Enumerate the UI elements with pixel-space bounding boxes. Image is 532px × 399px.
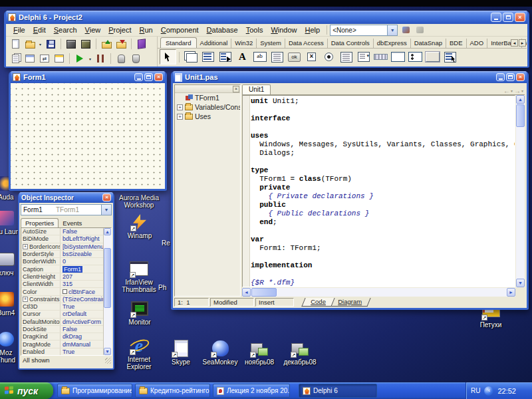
palette-tab-datasnap[interactable]: DataSnap bbox=[411, 39, 446, 48]
close-button[interactable]: × bbox=[102, 194, 111, 201]
property-row-ctl3d[interactable]: Ctl3DTrue bbox=[21, 303, 103, 311]
property-row-autosize[interactable]: AutoSizeFalse bbox=[21, 228, 103, 235]
close-explorer-icon[interactable]: × bbox=[233, 86, 239, 92]
menu-tools[interactable]: Tools bbox=[242, 25, 267, 35]
scroll-up-icon[interactable]: ▲ bbox=[516, 95, 525, 104]
palette-tab-system[interactable]: System bbox=[257, 39, 285, 48]
chevron-down-icon[interactable]: ▼ bbox=[101, 205, 111, 215]
scroll-thumb[interactable] bbox=[251, 288, 277, 297]
trace-into-button[interactable] bbox=[114, 53, 128, 65]
property-value[interactable]: True bbox=[61, 348, 103, 355]
toggle-form-unit-button[interactable] bbox=[38, 53, 51, 65]
code-explorer-header[interactable]: × bbox=[175, 85, 240, 93]
property-value[interactable]: 207 bbox=[61, 273, 103, 280]
maximize-button[interactable] bbox=[503, 13, 513, 22]
set-debug-desktop-icon[interactable] bbox=[414, 25, 426, 35]
scroll-thumb[interactable] bbox=[104, 248, 111, 308]
palette-tab-additional[interactable]: Additional bbox=[197, 39, 232, 48]
radiogroup-icon[interactable] bbox=[407, 49, 424, 65]
tab-properties[interactable]: Properties bbox=[21, 218, 59, 227]
property-row-caption[interactable]: CaptionForm1 bbox=[21, 265, 103, 273]
property-row-defaultmonitor[interactable]: DefaultMonitordmActiveForm bbox=[21, 319, 103, 326]
close-button[interactable]: × bbox=[515, 13, 525, 22]
menu-help[interactable]: Help bbox=[301, 25, 325, 35]
property-value[interactable]: (TSizeConstrain bbox=[61, 296, 103, 303]
palette-scroll-right-icon[interactable]: ► bbox=[519, 39, 526, 47]
property-value[interactable]: False bbox=[61, 228, 103, 235]
language-indicator[interactable]: RU bbox=[471, 387, 480, 394]
panel-icon[interactable] bbox=[424, 49, 441, 65]
task-programmirovanie[interactable]: Программирование bbox=[57, 384, 132, 398]
scroll-down-icon[interactable]: ▼ bbox=[516, 279, 525, 287]
edit-icon[interactable] bbox=[251, 49, 268, 65]
property-value[interactable]: False bbox=[61, 326, 103, 332]
skype-desktop-icon[interactable]: ↗Skype bbox=[165, 339, 197, 366]
tree-item-uses[interactable]: +Uses bbox=[175, 112, 240, 121]
forward-icon[interactable]: →▾ bbox=[514, 87, 523, 94]
chevron-down-icon[interactable]: ▾ bbox=[88, 57, 92, 61]
save-button[interactable] bbox=[44, 38, 57, 51]
code-window-titlebar[interactable]: Unit1.pas × bbox=[173, 71, 527, 83]
minimize-button[interactable] bbox=[491, 13, 501, 22]
tray-icon[interactable]: ‹ bbox=[484, 386, 493, 396]
menu-search[interactable]: Search bbox=[50, 25, 81, 35]
menu-project[interactable]: Project bbox=[104, 25, 135, 35]
open-project-button[interactable] bbox=[65, 38, 78, 51]
tab-unit1[interactable]: Unit1 bbox=[242, 84, 271, 94]
menu-view[interactable]: View bbox=[81, 25, 105, 35]
monitor-desktop-icon[interactable]: ↗Monitor bbox=[121, 299, 158, 326]
horizontal-scrollbar[interactable]: ◄ ► bbox=[242, 288, 515, 297]
radiobutton-icon[interactable] bbox=[321, 49, 337, 65]
vertical-scrollbar[interactable]: ▲ ▼ bbox=[516, 95, 525, 287]
menu-edit[interactable]: Edit bbox=[29, 25, 50, 35]
checkbox-icon[interactable] bbox=[303, 49, 320, 65]
remove-from-project-button[interactable] bbox=[114, 38, 128, 51]
property-value[interactable]: crDefault bbox=[61, 311, 103, 317]
property-row-borderwidth[interactable]: BorderWidth0 bbox=[21, 258, 103, 265]
inspector-scrollbar[interactable]: ▲ ▼ bbox=[103, 228, 111, 355]
irfanview-thumbnails-desktop-icon[interactable]: ↗IrfanView Thumbnails bbox=[117, 259, 161, 293]
back-icon[interactable]: ←▾ bbox=[503, 87, 513, 94]
chevron-down-icon[interactable]: ▾ bbox=[38, 42, 43, 47]
scroll-left-icon[interactable]: ◄ bbox=[242, 288, 251, 297]
close-button[interactable]: × bbox=[154, 73, 163, 81]
palette-tab-standard[interactable]: Standard bbox=[160, 37, 197, 48]
pause-button[interactable] bbox=[94, 53, 107, 65]
december08-folder-desktop-icon[interactable]: ↗декабрь08 bbox=[281, 339, 319, 366]
button-icon[interactable] bbox=[286, 49, 303, 65]
property-row-bidimode[interactable]: BiDiModebdLeftToRight bbox=[21, 235, 103, 243]
property-row-bordericons[interactable]: +BorderIcons[biSystemMenu, bbox=[21, 243, 103, 251]
internet-explorer-desktop-icon[interactable]: ↗Internet Explorer bbox=[118, 336, 160, 370]
expand-icon[interactable]: + bbox=[177, 104, 183, 110]
tree-item-tform1[interactable]: TForm1 bbox=[175, 93, 240, 102]
view-form-button[interactable] bbox=[23, 53, 37, 65]
property-value[interactable]: True bbox=[61, 303, 103, 310]
frames-icon[interactable] bbox=[182, 49, 199, 65]
minimize-button[interactable] bbox=[134, 73, 143, 81]
form-design-surface[interactable] bbox=[11, 83, 165, 189]
menu-file[interactable]: File bbox=[9, 25, 29, 35]
tab-code[interactable]: Code bbox=[301, 298, 334, 307]
label-icon[interactable] bbox=[234, 49, 251, 65]
property-value[interactable]: dmManual bbox=[61, 341, 103, 348]
property-value[interactable]: 315 bbox=[61, 281, 103, 287]
menu-run[interactable]: Run bbox=[136, 25, 157, 35]
property-value[interactable]: bdLeftToRight bbox=[61, 235, 103, 242]
property-row-enabled[interactable]: EnabledTrue bbox=[21, 348, 103, 356]
step-over-button[interactable] bbox=[129, 53, 142, 65]
open-file-button[interactable] bbox=[23, 38, 37, 51]
expand-icon[interactable]: + bbox=[23, 244, 28, 249]
view-unit-button[interactable] bbox=[9, 53, 22, 65]
tab-diagram[interactable]: Diagram bbox=[329, 298, 370, 307]
maximize-button[interactable] bbox=[506, 73, 515, 81]
tree-item-variables-constants[interactable]: +Variables/Constants bbox=[175, 102, 240, 112]
task-kreditno-reitingo[interactable]: Кредитно-рейтинго... bbox=[135, 384, 210, 398]
seamonkey-desktop-icon[interactable]: ↗SeaMonkey bbox=[200, 339, 241, 366]
tab-events[interactable]: Events bbox=[59, 219, 86, 227]
groupbox-icon[interactable] bbox=[390, 49, 406, 65]
property-row-cursor[interactable]: CursorcrDefault bbox=[21, 311, 103, 318]
save-project-button[interactable] bbox=[79, 38, 92, 51]
close-button[interactable]: × bbox=[516, 73, 525, 81]
property-row-clientwidth[interactable]: ClientWidth315 bbox=[21, 281, 103, 288]
new-form-button[interactable] bbox=[53, 53, 66, 65]
